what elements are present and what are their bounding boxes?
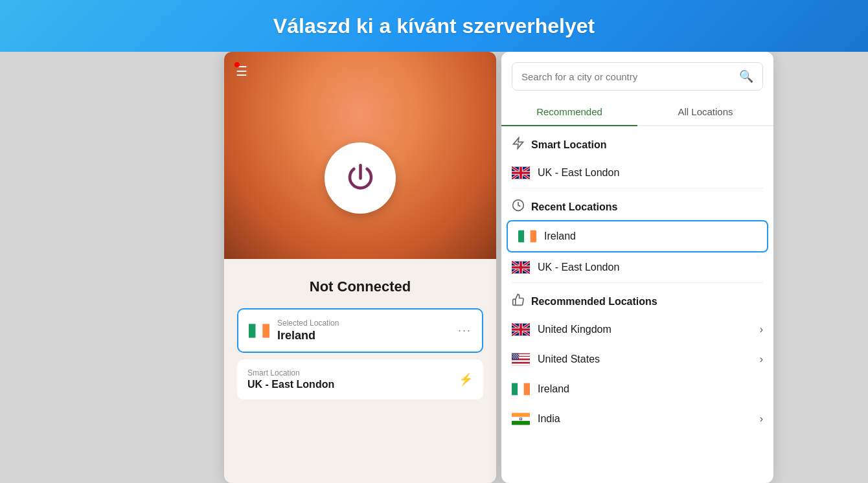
- uk-flag-smart: [512, 166, 530, 179]
- recent-locations-section-header: Recent Locations: [501, 188, 773, 220]
- recent-locations-section-icon: [512, 199, 525, 215]
- recent-locations-section-title: Recent Locations: [531, 201, 617, 213]
- svg-rect-7: [524, 230, 530, 243]
- ireland-recent-item[interactable]: Ireland: [507, 220, 768, 253]
- svg-point-29: [515, 357, 516, 358]
- svg-rect-0: [249, 324, 256, 337]
- uk-chevron-icon: ›: [760, 324, 763, 335]
- ireland-recommended-item[interactable]: Ireland: [501, 374, 773, 404]
- svg-point-23: [517, 355, 518, 356]
- svg-rect-1: [256, 324, 263, 337]
- main-content: ☰ Not Connected Selected Location: [0, 52, 868, 483]
- svg-point-24: [512, 357, 513, 357]
- uk-recent-name: UK - East London: [538, 262, 763, 273]
- ireland-recent-name: Ireland: [544, 230, 757, 242]
- svg-point-28: [514, 357, 514, 358]
- uk-recent-item[interactable]: UK - East London: [501, 253, 773, 282]
- smart-location-card[interactable]: Smart Location UK - East London ⚡: [237, 359, 483, 399]
- location-tabs: Recommended All Locations: [501, 98, 773, 126]
- location-panel: 🔍 Recommended All Locations Smart Locati…: [501, 52, 773, 483]
- vpn-top-section: ☰: [224, 52, 496, 259]
- power-button[interactable]: [325, 142, 396, 214]
- search-input[interactable]: [521, 71, 739, 82]
- svg-rect-6: [518, 230, 524, 243]
- svg-rect-32: [518, 383, 523, 396]
- smart-location-item[interactable]: UK - East London: [501, 158, 773, 188]
- search-icon: 🔍: [739, 69, 753, 84]
- svg-point-26: [516, 357, 517, 357]
- svg-marker-3: [514, 138, 523, 149]
- svg-rect-8: [531, 230, 536, 243]
- selected-location-card[interactable]: Selected Location Ireland ···: [237, 308, 483, 353]
- recommended-locations-section-header: Recommended Locations: [501, 283, 773, 315]
- svg-point-20: [518, 354, 519, 355]
- svg-rect-36: [512, 421, 530, 425]
- uk-recommended-name: United Kingdom: [538, 324, 752, 335]
- uk-recommended-item[interactable]: United Kingdom ›: [501, 315, 773, 344]
- us-recommended-name: United States: [538, 354, 752, 365]
- svg-rect-33: [524, 383, 530, 396]
- ireland-recommended-name: Ireland: [538, 383, 763, 395]
- smart-location-name: UK - East London: [247, 379, 459, 390]
- svg-rect-31: [512, 383, 518, 396]
- svg-point-27: [518, 357, 519, 357]
- svg-rect-15: [512, 364, 530, 366]
- connection-status: Not Connected: [237, 278, 483, 295]
- smart-location-item-name: UK - East London: [538, 167, 763, 179]
- tab-recommended[interactable]: Recommended: [501, 98, 637, 126]
- ireland-flag-recommended: [512, 383, 530, 396]
- india-chevron-icon: ›: [760, 413, 763, 425]
- svg-point-30: [517, 357, 518, 358]
- location-list[interactable]: Smart Location UK - East London: [501, 126, 773, 483]
- banner-title: Válaszd ki a kívánt szerverhelyet: [273, 14, 595, 38]
- vpn-bottom-section: Not Connected Selected Location Ireland …: [224, 259, 496, 406]
- selected-location-label: Selected Location: [277, 319, 458, 328]
- smart-location-label: Smart Location: [247, 368, 459, 377]
- smart-location-section-header: Smart Location: [501, 126, 773, 158]
- smart-location-section-icon: [512, 137, 525, 153]
- svg-point-25: [514, 357, 515, 357]
- power-icon: [343, 161, 378, 196]
- uk-flag-recent: [512, 261, 530, 274]
- selected-location-flag: [249, 324, 269, 338]
- us-recommended-item[interactable]: United States ›: [501, 344, 773, 374]
- india-flag: [512, 412, 530, 425]
- svg-point-22: [515, 355, 516, 356]
- india-recommended-item[interactable]: India ›: [501, 404, 773, 434]
- svg-point-21: [514, 355, 514, 356]
- svg-rect-2: [262, 324, 269, 337]
- lightning-icon: ⚡: [459, 372, 473, 387]
- svg-point-19: [516, 354, 517, 355]
- svg-point-17: [512, 354, 513, 355]
- selected-location-name: Ireland: [277, 329, 458, 343]
- tab-all-locations[interactable]: All Locations: [637, 98, 773, 125]
- selected-location-info: Selected Location Ireland: [277, 319, 458, 343]
- india-recommended-name: India: [538, 413, 752, 425]
- svg-rect-34: [512, 413, 530, 417]
- top-banner: Válaszd ki a kívánt szerverhelyet: [0, 0, 868, 52]
- vpn-panel: ☰ Not Connected Selected Location: [224, 52, 496, 483]
- search-bar: 🔍: [501, 52, 773, 91]
- us-flag: [512, 353, 530, 366]
- recommended-locations-section-icon: [512, 293, 525, 309]
- notification-dot: [234, 62, 240, 67]
- smart-location-section-title: Smart Location: [531, 139, 606, 151]
- recommended-locations-section-title: Recommended Locations: [531, 296, 657, 308]
- uk-flag-recommended: [512, 323, 530, 336]
- more-options-button[interactable]: ···: [458, 324, 472, 337]
- search-input-wrap[interactable]: 🔍: [512, 62, 763, 91]
- svg-rect-14: [512, 360, 530, 362]
- svg-point-18: [514, 354, 515, 355]
- us-chevron-icon: ›: [760, 354, 763, 365]
- smart-location-info: Smart Location UK - East London: [247, 368, 459, 390]
- ireland-flag-recent: [518, 230, 536, 243]
- svg-point-39: [521, 419, 521, 420]
